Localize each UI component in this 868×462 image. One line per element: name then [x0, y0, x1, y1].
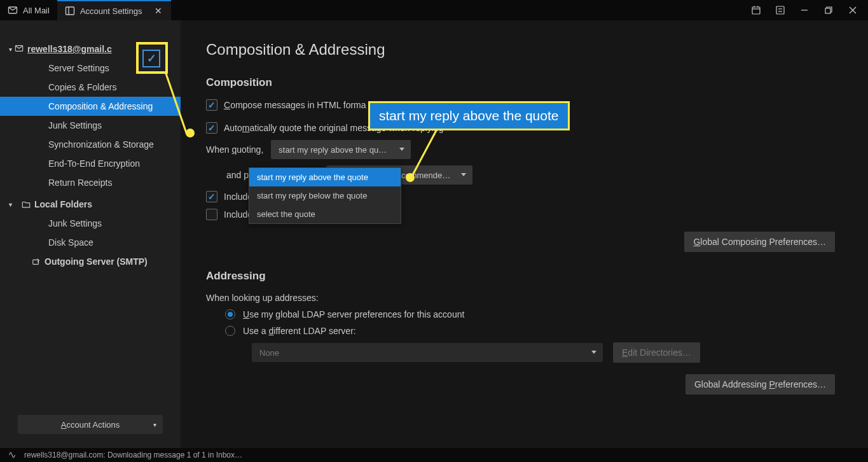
- svg-rect-7: [776, 6, 784, 14]
- when-quoting-label: When quoting,: [206, 144, 263, 155]
- include-sig-forwards-checkbox[interactable]: [206, 209, 217, 220]
- close-button[interactable]: [844, 1, 862, 19]
- tab-label: All Mail: [23, 6, 50, 15]
- ldap-server-select: None: [252, 343, 603, 362]
- calendar-icon[interactable]: [747, 1, 765, 19]
- lookup-label: When looking up addresses:: [206, 293, 843, 303]
- dropdown-option-below[interactable]: start my reply below the quote: [249, 186, 401, 205]
- tab-all-mail[interactable]: All Mail: [0, 0, 57, 20]
- use-diff-ldap-label: Use a different LDAP server:: [243, 326, 356, 336]
- maximize-button[interactable]: [820, 1, 837, 19]
- sidebar-item-composition-addressing[interactable]: Composition & Addressing: [0, 97, 181, 116]
- envelope-icon: [15, 44, 24, 55]
- sidebar-item-sync-storage[interactable]: Synchronization & Storage: [0, 135, 181, 154]
- account-email: rewells318@gmail.c: [27, 44, 112, 54]
- account-actions-button[interactable]: AAccount Actionsccount Actions ▾: [18, 415, 163, 434]
- page-title: Composition & Addressing: [206, 41, 843, 59]
- chevron-down-icon: ▾: [9, 46, 12, 53]
- status-text: rewells318@gmail.com: Downloading messag…: [24, 451, 242, 459]
- sidebar-outgoing-smtp[interactable]: Outgoing Server (SMTP): [0, 252, 181, 271]
- callout-dot-2: [406, 173, 415, 182]
- compose-html-checkbox[interactable]: [206, 99, 217, 111]
- callout-dot-1: [186, 129, 195, 137]
- sidebar-item-copies-folders[interactable]: Copies & Folders: [0, 78, 181, 97]
- dropdown-option-above[interactable]: start my reply above the quote: [249, 168, 401, 186]
- compose-html-label: Compose messages in HTML forma: [224, 100, 366, 110]
- global-composing-button[interactable]: Global Composing Preferences…: [684, 232, 835, 252]
- sidebar-item-e2e-encryption[interactable]: End-To-End Encryption: [0, 154, 181, 173]
- include-sig-replies-checkbox[interactable]: [206, 191, 217, 202]
- chevron-down-icon: ▾: [9, 201, 12, 208]
- chevron-down-icon: ▾: [153, 421, 156, 428]
- close-icon[interactable]: ✕: [153, 6, 163, 16]
- sidebar-item-lf-disk[interactable]: Disk Space: [0, 233, 181, 252]
- svg-rect-1: [65, 7, 74, 15]
- auto-quote-checkbox[interactable]: [206, 122, 217, 134]
- addressing-heading: Addressing: [206, 270, 843, 283]
- mail-icon: [8, 5, 18, 15]
- settings-panel-icon: [65, 6, 75, 16]
- global-addressing-button[interactable]: Global Addressing Preferences…: [685, 374, 835, 395]
- tasks-icon[interactable]: [771, 1, 789, 19]
- svg-rect-11: [825, 8, 830, 13]
- use-diff-ldap-radio[interactable]: [225, 326, 235, 336]
- svg-rect-3: [752, 7, 760, 14]
- outgoing-icon: [32, 257, 41, 266]
- quote-position-dropdown: start my reply above the quote start my …: [249, 167, 401, 224]
- callout-tooltip: start my reply above the quote: [368, 101, 570, 130]
- sidebar-item-junk-settings[interactable]: Junk Settings: [0, 116, 181, 135]
- callout-checkbox-inner: ✓: [142, 50, 160, 67]
- activity-icon: [8, 451, 17, 459]
- folder-icon: [22, 200, 31, 209]
- tab-account-settings[interactable]: Account Settings ✕: [57, 0, 172, 20]
- edit-directories-button[interactable]: Edit Directories…: [613, 342, 700, 363]
- dropdown-option-select[interactable]: select the quote: [249, 205, 401, 223]
- use-global-ldap-radio[interactable]: [225, 309, 235, 319]
- minimize-button[interactable]: [796, 1, 813, 19]
- sidebar-item-return-receipts[interactable]: Return Receipts: [0, 173, 181, 192]
- sidebar-local-folders[interactable]: ▾ Local Folders: [0, 195, 181, 214]
- quote-position-select[interactable]: start my reply above the qu…: [271, 140, 411, 159]
- use-global-ldap-label: Use my global LDAP server preferences fo…: [243, 309, 464, 319]
- composition-heading: Composition: [206, 76, 843, 89]
- sidebar-item-lf-junk[interactable]: Junk Settings: [0, 214, 181, 233]
- tab-label: Account Settings: [80, 6, 142, 16]
